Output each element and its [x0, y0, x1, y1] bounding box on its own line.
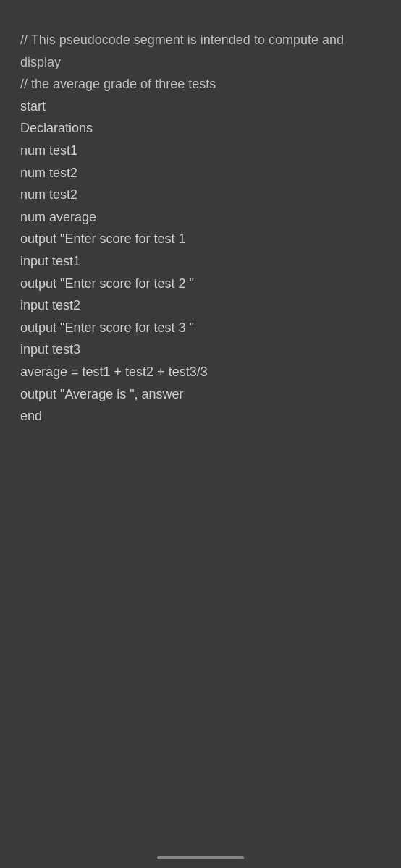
- code-line-1: // This pseudocode segment is intended t…: [20, 29, 381, 73]
- code-line-17: end: [20, 405, 381, 427]
- code-line-2: // the average grade of three tests: [20, 73, 381, 95]
- code-line-10: input test1: [20, 250, 381, 273]
- home-indicator: [157, 856, 244, 859]
- bottom-bar: [0, 854, 401, 868]
- code-line-11: output "Enter score for test 2 ": [20, 273, 381, 295]
- code-line-3: start: [20, 95, 381, 118]
- code-line-7: num test2: [20, 184, 381, 206]
- code-line-9: output "Enter score for test 1: [20, 228, 381, 250]
- code-line-5: num test1: [20, 140, 381, 162]
- code-line-13: output "Enter score for test 3 ": [20, 317, 381, 339]
- code-line-14: input test3: [20, 339, 381, 361]
- code-container: // This pseudocode segment is intended t…: [0, 0, 401, 854]
- code-line-6: num test2: [20, 162, 381, 184]
- code-line-15: average = test1 + test2 + test3/3: [20, 361, 381, 383]
- code-line-12: input test2: [20, 294, 381, 317]
- code-line-8: num average: [20, 206, 381, 229]
- code-line-4: Declarations: [20, 117, 381, 140]
- code-line-16: output "Average is ", answer: [20, 383, 381, 406]
